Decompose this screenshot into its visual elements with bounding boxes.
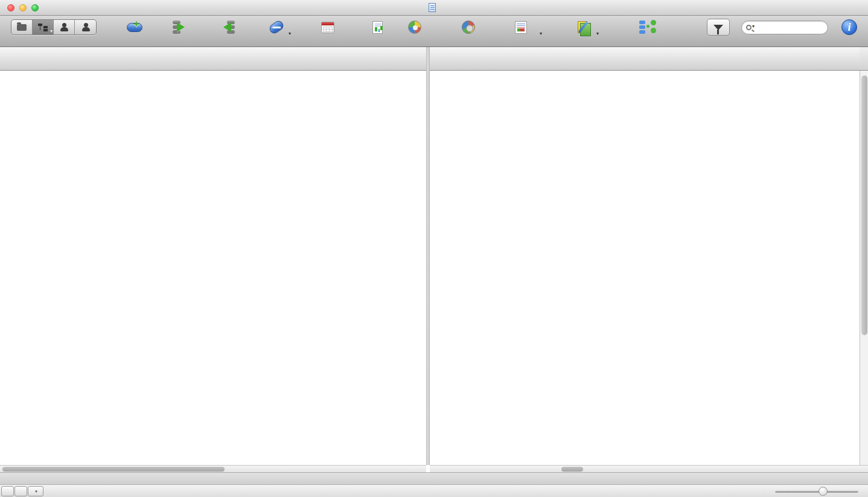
inspector-button[interactable]: i [832,18,867,37]
app-window: ▾ + ▾ [0,0,868,497]
dashboards-icon [408,21,421,34]
vscroll-thumb[interactable] [861,75,867,335]
link-icon [268,19,286,36]
calendar-button[interactable] [310,18,346,37]
gantt-horizontal-scrollbar[interactable] [430,465,860,472]
people-view-icon [81,23,90,31]
scrollbar-corner [860,465,868,472]
statusbar: ▾ [0,484,868,497]
table-hscroll-thumb[interactable] [2,467,225,472]
search-field[interactable]: ▾ [741,21,828,34]
project-diagrams-icon [462,21,475,34]
gantt-view-icon [38,24,48,31]
gantt-hscroll-thumb[interactable] [561,467,583,472]
reports-button[interactable] [362,18,393,37]
view-gantt-segment[interactable]: ▾ [33,20,54,34]
open-in-mindmap-button[interactable] [613,18,683,37]
task-table [0,71,426,465]
mindmap-icon [639,20,657,34]
search-input[interactable] [755,23,815,32]
chevron-down-icon: ▾ [289,31,291,36]
view-people-segment[interactable] [75,20,96,34]
zoom-slider-thumb[interactable] [819,487,828,496]
search-icon [746,25,752,30]
gear-menu-button[interactable]: ▾ [28,486,43,496]
titlebar[interactable] [0,0,868,16]
gantt-chart [430,71,860,465]
scrollbar-corner [860,47,868,71]
chevron-down-icon: ▾ [35,489,37,494]
view-outline-segment[interactable] [11,20,33,34]
micro-reports-icon [515,21,527,34]
indent-tasks-button[interactable] [152,18,202,37]
add-item-button[interactable]: + [116,18,153,37]
find-control[interactable]: ▾ [741,18,828,37]
add-row-button[interactable] [1,486,14,496]
chevron-down-icon: ▾ [540,31,542,36]
toolbar: ▾ + ▾ [0,16,868,47]
theme-icon [578,21,587,33]
document-tabbar [0,472,868,484]
document-icon [429,3,436,12]
dashboards-button[interactable] [392,18,437,37]
project-diagrams-button[interactable] [437,18,500,37]
add-item-icon: + [127,23,142,32]
outdent-icon [227,21,235,34]
outdent-tasks-button[interactable] [203,18,259,37]
filter-icon [707,19,730,36]
chevron-down-icon: ▾ [596,31,599,36]
inspector-icon: i [841,19,857,35]
zoom-slider[interactable] [775,491,858,493]
reports-icon [372,21,383,34]
micro-reports-button[interactable]: ▾ [495,18,547,37]
resource-view-icon [60,23,68,31]
table-header [0,47,426,71]
view-resource-segment[interactable] [54,20,75,34]
filter-mode-button[interactable] [697,18,739,37]
remove-row-button[interactable] [14,486,27,496]
select-view-control[interactable]: ▾ [11,18,97,37]
indent-icon [173,21,181,34]
link-button[interactable]: ▾ [261,18,292,37]
chevron-down-icon: ▾ [50,28,53,34]
table-horizontal-scrollbar[interactable] [0,465,426,472]
theme-button[interactable]: ▾ [561,18,604,37]
gantt-timeline-header [430,47,860,71]
outline-view-icon [17,24,27,31]
calendar-icon [321,22,334,33]
chevron-down-icon: ▾ [752,24,755,29]
vertical-scrollbar[interactable] [860,71,868,465]
window-title [0,3,868,12]
